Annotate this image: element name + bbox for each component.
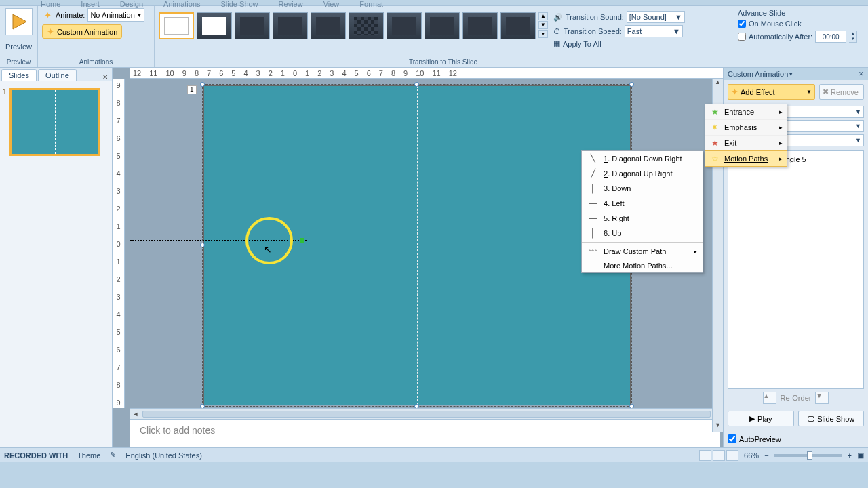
- add-effect-button[interactable]: ✦ Add Effect▼: [728, 84, 815, 100]
- transition-2[interactable]: [197, 12, 232, 39]
- menu-exit[interactable]: ★ Exit▸: [705, 136, 787, 151]
- motion-paths-icon: ☆: [709, 153, 720, 164]
- motion-paths-submenu[interactable]: ╲ 1. Diagonal Down Right ╱ 2. Diagonal U…: [581, 150, 703, 273]
- down-icon: │: [587, 184, 598, 193]
- zoom-in[interactable]: +: [848, 451, 852, 460]
- add-effect-menu[interactable]: ★ Entrance▸ ✷ Emphasis▸ ★ Exit▸ ☆ Motion…: [705, 104, 787, 167]
- fit-icon[interactable]: ▣: [857, 451, 864, 460]
- star-icon: ✦: [47, 26, 54, 37]
- zoom-out[interactable]: −: [764, 451, 768, 460]
- slideshow-button[interactable]: 🖵 Slide Show: [798, 411, 865, 426]
- gallery-more[interactable]: ▾: [538, 30, 548, 38]
- view-buttons[interactable]: [699, 450, 738, 461]
- reorder-down[interactable]: ▼: [815, 392, 829, 404]
- custom-animation-button[interactable]: ✦ Custom Animation: [42, 24, 122, 39]
- apply-icon: ▦: [553, 39, 560, 48]
- exit-icon: ★: [709, 138, 720, 148]
- mp-diagonal-up-right[interactable]: ╱ 2. Diagonal Up Right: [582, 166, 703, 181]
- lang-label[interactable]: English (United States): [125, 451, 202, 460]
- play-button[interactable]: ▶ Play: [728, 411, 794, 426]
- transition-4[interactable]: [273, 12, 308, 39]
- auto-after-label: Automatically After:: [749, 33, 812, 41]
- speed-icon: ⏱: [553, 27, 561, 35]
- transition-group-label: Transition to This Slide: [159, 58, 728, 67]
- recorded-label: RECORDED WITH: [4, 451, 68, 460]
- auto-after-checkbox[interactable]: [738, 33, 746, 41]
- trans-speed-label: Transition Speed:: [564, 27, 622, 35]
- trans-speed-combo[interactable]: Fast▼: [625, 25, 683, 37]
- transition-7[interactable]: [387, 12, 422, 39]
- mp-diagonal-down-right[interactable]: ╲ 1. Diagonal Down Right: [582, 151, 703, 166]
- ca-title-label: Custom Animation: [728, 70, 788, 78]
- right-icon: —: [587, 214, 598, 223]
- mp-down[interactable]: │ 3. Down: [582, 181, 703, 196]
- menu-entrance[interactable]: ★ Entrance▸: [705, 104, 787, 120]
- emphasis-icon: ✷: [709, 122, 720, 133]
- mp-more[interactable]: More Motion Paths...: [582, 259, 703, 272]
- transition-9[interactable]: [462, 12, 498, 39]
- auto-after-spinner[interactable]: ▲▼: [849, 30, 857, 43]
- menu-motion-paths[interactable]: ☆ Motion Paths▸: [705, 150, 787, 167]
- star-icon: ✦: [731, 87, 738, 97]
- main-menu: HomeInsertDesign AnimationsSlide ShowRev…: [0, 0, 868, 5]
- close-slides-panel[interactable]: ✕: [98, 73, 112, 81]
- transition-options: 🔊 Transition Sound: [No Sound]▼ ⏱ Transi…: [548, 8, 690, 50]
- theme-label: Theme: [77, 451, 100, 460]
- autopreview-checkbox[interactable]: [728, 434, 736, 443]
- tab-outline[interactable]: Outline: [38, 69, 77, 81]
- svg-marker-0: [13, 14, 26, 29]
- reorder-up[interactable]: ▲: [763, 392, 776, 404]
- transition-5[interactable]: [311, 12, 346, 39]
- auto-after-value[interactable]: 00:00: [815, 30, 846, 43]
- zoom-slider[interactable]: [774, 454, 842, 457]
- slides-panel: Slides Outline ✕ 1: [0, 68, 113, 447]
- transition-10[interactable]: [500, 12, 536, 39]
- path-end-marker[interactable]: [300, 238, 304, 243]
- mp-up[interactable]: │ 6. Up: [582, 226, 703, 241]
- mp-left[interactable]: — 4. Left: [582, 196, 703, 211]
- trans-sound-combo[interactable]: [No Sound]▼: [627, 11, 685, 23]
- on-click-label: On Mouse Click: [749, 20, 802, 28]
- gallery-down[interactable]: ▼: [538, 21, 548, 29]
- transition-3[interactable]: [235, 12, 270, 39]
- zoom-value[interactable]: 66%: [744, 451, 759, 460]
- apply-to-all-button[interactable]: ▦ Apply To All: [553, 39, 685, 48]
- transition-6[interactable]: [349, 12, 384, 39]
- preview-group: Preview Preview: [0, 6, 38, 67]
- preview-button[interactable]: [5, 8, 33, 35]
- reorder-label: Re-Order: [781, 394, 812, 402]
- entrance-icon: ★: [709, 106, 720, 117]
- slide-thumbnail-1[interactable]: [9, 88, 100, 156]
- ca-menu-dropdown[interactable]: ▼: [788, 71, 793, 77]
- on-click-checkbox[interactable]: [738, 20, 746, 28]
- animation-tag[interactable]: 1: [187, 85, 197, 94]
- vertical-ruler: 987 654 321 012 345 678 9: [113, 79, 125, 408]
- thumb-index: 1: [3, 88, 7, 156]
- horizontal-scrollbar[interactable]: ◄►: [130, 408, 723, 419]
- up-icon: │: [587, 228, 598, 238]
- ca-close[interactable]: ✕: [859, 70, 864, 77]
- horizontal-ruler: 121110 987 654 321 012 345 678 91011 12: [130, 68, 723, 79]
- trans-sound-label: Transition Sound:: [566, 13, 624, 21]
- animate-icon: ✦: [42, 9, 53, 20]
- remove-button[interactable]: ✖ Remove: [819, 84, 864, 100]
- diag-up-icon: ╱: [587, 169, 598, 178]
- mp-right[interactable]: — 5. Right: [582, 211, 703, 226]
- center-guide: [417, 86, 418, 405]
- transition-8[interactable]: [425, 12, 460, 39]
- transition-none[interactable]: [159, 12, 194, 39]
- scribble-icon: 〰: [587, 247, 598, 256]
- notes-pane[interactable]: Click to add notes: [130, 419, 720, 447]
- animate-label: Animate:: [56, 11, 85, 19]
- menu-emphasis[interactable]: ✷ Emphasis▸: [705, 120, 787, 136]
- effects-list[interactable]: 1 🖱 — Rectangle 5: [728, 150, 864, 389]
- cursor-icon: ↖: [264, 244, 272, 255]
- mp-draw-custom[interactable]: 〰 Draw Custom Path▸: [582, 244, 703, 259]
- gallery-up[interactable]: ▲: [538, 12, 548, 20]
- animations-group: ✦ Animate: No Animation▼ ✦ Custom Animat…: [38, 6, 155, 67]
- advance-title: Advance Slide: [738, 9, 863, 17]
- animate-combo[interactable]: No Animation▼: [87, 8, 144, 22]
- advance-group: Advance Slide On Mouse Click Automatical…: [732, 6, 868, 67]
- transition-gallery[interactable]: ▲ ▼ ▾: [159, 8, 548, 50]
- tab-slides[interactable]: Slides: [1, 69, 37, 81]
